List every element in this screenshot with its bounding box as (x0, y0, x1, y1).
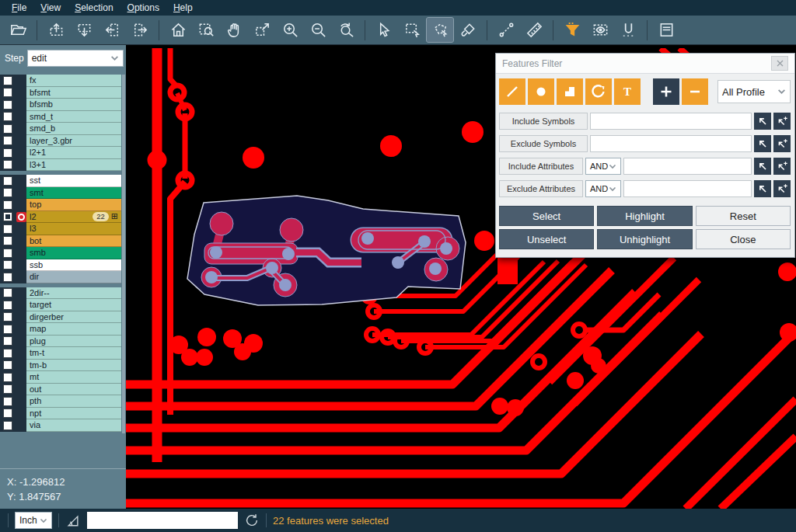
visibility-checkbox[interactable] (3, 397, 12, 406)
pan-left-button[interactable] (99, 18, 125, 42)
zoom-previous-button[interactable] (333, 18, 359, 42)
visibility-checkbox[interactable] (3, 136, 12, 145)
layer-list-scrollbar[interactable] (122, 75, 125, 433)
include-symbols-input[interactable] (590, 113, 752, 130)
layer-row-npt[interactable]: npt (0, 408, 121, 420)
unhighlight-button[interactable]: Unhighlight (597, 229, 692, 249)
close-button[interactable]: Close (696, 229, 791, 249)
visibility-checkbox[interactable] (3, 384, 12, 394)
layer-row-tm-t[interactable]: tm-t (0, 347, 121, 360)
visibility-checkbox[interactable] (3, 349, 12, 358)
visibility-checkbox[interactable] (3, 421, 12, 430)
layer-row-bfsmt[interactable]: bfsmt (0, 87, 121, 99)
pan-hand-button[interactable] (221, 18, 247, 42)
visibility-checkbox[interactable] (3, 124, 12, 134)
zoom-in-button[interactable] (277, 18, 303, 42)
layer-row-fx[interactable]: fx (0, 75, 121, 87)
home-view-button[interactable] (165, 18, 191, 42)
visibility-checkbox[interactable] (3, 160, 12, 169)
visibility-checkbox[interactable] (3, 273, 12, 282)
layer-row-l2-1[interactable]: l2+1 (0, 147, 121, 159)
layer-row-dirgerber[interactable]: dirgerber (0, 311, 121, 324)
unselect-button[interactable]: Unselect (499, 229, 594, 249)
visibility-checkbox[interactable] (3, 301, 12, 310)
layer-row-target[interactable]: target (0, 299, 121, 311)
include-symbols-pick-add-button[interactable] (773, 113, 791, 130)
layer-row-sst[interactable]: sst (0, 175, 121, 187)
exclude-attributes-pick-button[interactable] (754, 180, 771, 197)
command-input[interactable] (87, 512, 238, 529)
select-polygon-button[interactable] (427, 18, 453, 42)
select-rectangle-button[interactable] (399, 18, 425, 42)
layer-row-top[interactable]: top (0, 199, 121, 211)
exclude-symbols-button[interactable]: Exclude Symbols (499, 135, 588, 152)
dialog-close-button[interactable] (771, 56, 788, 71)
draw-line-button[interactable] (499, 78, 525, 105)
select-button[interactable]: Select (499, 206, 594, 226)
include-symbols-button[interactable]: Include Symbols (499, 113, 588, 130)
visibility-checkbox[interactable] (3, 176, 12, 186)
menu-options[interactable]: Options (120, 1, 166, 15)
visibility-checkbox[interactable] (3, 224, 12, 234)
visibility-checkbox[interactable] (3, 100, 12, 110)
visibility-checkbox[interactable] (3, 360, 12, 370)
selection-region[interactable] (187, 196, 466, 305)
reset-button[interactable]: Reset (696, 206, 791, 226)
visibility-checkbox[interactable] (3, 148, 12, 158)
measure-ruler-button[interactable] (521, 18, 547, 42)
highlight-button[interactable]: Highlight (597, 206, 692, 226)
exclude-symbols-pick-add-button[interactable] (773, 135, 791, 152)
open-folder-button[interactable] (5, 18, 31, 42)
visibility-checkbox[interactable] (3, 236, 12, 245)
pan-right-button[interactable] (127, 18, 153, 42)
remove-filter-button[interactable] (682, 78, 708, 105)
visibility-checkbox[interactable] (3, 188, 12, 197)
layer-row-layer-3-gbr[interactable]: layer_3.gbr (0, 135, 121, 148)
menu-file[interactable]: File (5, 1, 33, 15)
layer-row-smt[interactable]: smt (0, 187, 121, 200)
layer-row-bot[interactable]: bot (0, 235, 121, 248)
dialog-title-bar[interactable]: Features Filter (496, 54, 794, 74)
exclude-attributes-pick-add-button[interactable] (773, 180, 791, 197)
include-attributes-operator-select[interactable]: AND (585, 158, 621, 175)
layer-row-bfsmb[interactable]: bfsmb (0, 99, 121, 111)
draw-pad-button[interactable] (528, 78, 554, 105)
paint-brush-button[interactable] (455, 18, 481, 42)
snap-mode-button[interactable] (615, 18, 641, 42)
layer-row-l3[interactable]: l3 (0, 223, 121, 235)
layer-row-l3-1[interactable]: l3+1 (0, 159, 121, 172)
transform-view-button[interactable] (249, 18, 275, 42)
step-select[interactable]: edit (27, 50, 124, 67)
visibility-checkbox[interactable] (3, 260, 12, 269)
visibility-checkbox[interactable] (3, 88, 12, 97)
layer-row-tm-b[interactable]: tm-b (0, 360, 121, 372)
select-cursor-button[interactable] (371, 18, 397, 42)
zoom-out-button[interactable] (305, 18, 331, 42)
layer-row-smb[interactable]: smb (0, 247, 121, 259)
exclude-attributes-input[interactable] (623, 180, 752, 197)
visibility-checkbox[interactable] (3, 76, 12, 85)
visibility-checkbox[interactable] (3, 200, 12, 210)
units-select[interactable]: Inch (15, 512, 52, 529)
visibility-checkbox[interactable] (3, 249, 12, 258)
exclude-symbols-pick-button[interactable] (754, 135, 771, 152)
visibility-checkbox[interactable] (3, 336, 12, 346)
menu-selection[interactable]: Selection (68, 1, 120, 15)
layer-row-pth[interactable]: pth (0, 395, 121, 408)
layer-row-l2[interactable]: l222⊞ (0, 211, 121, 224)
layer-row-smd-b[interactable]: smd_b (0, 123, 121, 135)
visibility-checkbox[interactable] (3, 212, 12, 221)
include-attributes-input[interactable] (623, 158, 752, 175)
visibility-checkbox[interactable] (3, 112, 12, 121)
exclude-symbols-input[interactable] (590, 135, 752, 152)
exclude-attributes-button[interactable]: Exclude Attributes (499, 180, 583, 197)
layer-row-map[interactable]: map (0, 323, 121, 336)
visibility-checkbox[interactable] (3, 312, 12, 322)
layer-row-2dir[interactable]: 2dir-- (0, 287, 121, 300)
pan-down-button[interactable] (71, 18, 97, 42)
layers-panel-button[interactable] (653, 18, 679, 42)
visibility-checkbox[interactable] (3, 409, 12, 418)
refresh-icon[interactable] (244, 513, 260, 528)
profile-select[interactable]: All Profile (717, 80, 791, 103)
layer-row-dir[interactable]: dir (0, 271, 121, 283)
